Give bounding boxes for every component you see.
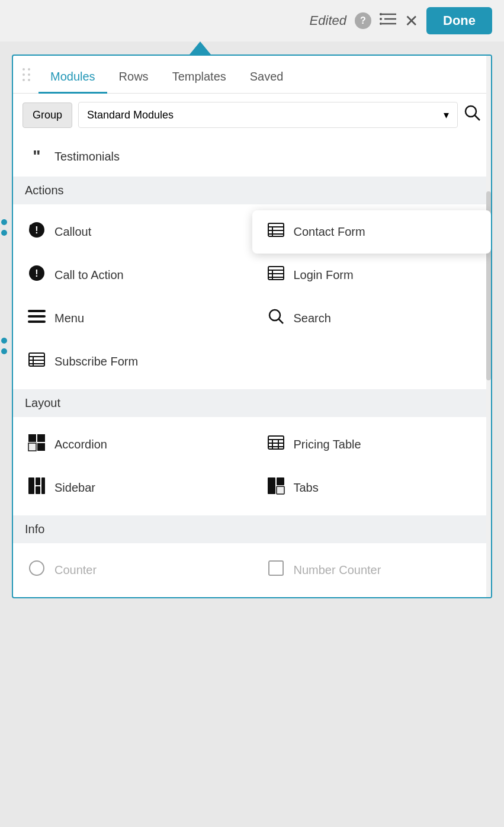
svg-text:!: ! — [35, 268, 38, 278]
panel-arrow — [190, 41, 211, 55]
layout-grid: Accordion — [13, 417, 491, 515]
accordion-label: Accordion — [54, 438, 107, 451]
contact-form-item[interactable]: Contact Form — [252, 210, 492, 254]
svg-rect-47 — [277, 477, 284, 485]
list-item[interactable]: Subscribe Form — [13, 340, 252, 383]
list-item[interactable]: ! Call to Action — [13, 254, 252, 297]
svg-point-3 — [380, 13, 382, 15]
scrollbar-track[interactable] — [486, 56, 491, 597]
layout-category-label: Layout — [13, 389, 491, 417]
accordion-icon — [27, 434, 46, 456]
search-module-label: Search — [294, 312, 331, 325]
pricing-table-icon — [267, 434, 285, 456]
subscribe-form-label: Subscribe Form — [54, 355, 138, 368]
list-item[interactable]: Menu — [13, 297, 252, 340]
svg-rect-24 — [28, 320, 46, 323]
menu-icon — [27, 309, 46, 328]
top-bar: Edited ? ✕ Done — [0, 0, 504, 41]
dropdown-value: Standard Modules — [87, 109, 174, 121]
info-category-label: Info — [13, 515, 491, 543]
search-button[interactable] — [464, 104, 481, 126]
svg-point-25 — [269, 310, 280, 320]
svg-rect-42 — [28, 477, 34, 494]
svg-point-49 — [30, 561, 44, 575]
tab-modules[interactable]: Modules — [38, 64, 107, 94]
testimonials-label: Testimonials — [54, 150, 120, 164]
list-item[interactable]: Number Counter — [252, 549, 492, 591]
group-button[interactable]: Group — [23, 102, 72, 128]
svg-rect-45 — [41, 477, 45, 494]
panel-inner: Modules Rows Templates Saved Group Stand… — [13, 56, 491, 597]
info-grid: Counter Number Counter — [13, 543, 491, 597]
svg-rect-50 — [269, 561, 283, 575]
left-indicator — [1, 219, 7, 236]
list-item[interactable]: Counter — [13, 549, 252, 591]
svg-text:!: ! — [35, 225, 38, 235]
done-button[interactable]: Done — [426, 7, 492, 34]
help-icon[interactable]: ? — [355, 12, 371, 29]
left-dot — [1, 338, 7, 344]
list-item[interactable]: Tabs — [252, 466, 492, 509]
call-to-action-label: Call to Action — [54, 268, 124, 282]
layout-section: Layout Accordion — [13, 389, 491, 515]
list-item[interactable]: Search — [252, 297, 492, 340]
svg-rect-33 — [37, 434, 45, 442]
filter-row: Group Standard Modules ▾ — [13, 94, 491, 136]
menu-label: Menu — [54, 312, 84, 325]
pricing-table-label: Pricing Table — [294, 438, 361, 451]
left-indicator-2 — [1, 338, 7, 354]
login-form-label: Login Form — [294, 268, 354, 282]
svg-rect-48 — [277, 486, 284, 494]
left-dot — [1, 348, 7, 354]
left-dot — [1, 219, 7, 225]
panel-wrapper: Modules Rows Templates Saved Group Stand… — [12, 41, 492, 598]
list-item[interactable]: " Testimonials — [13, 136, 491, 177]
search-module-icon — [267, 307, 285, 329]
list-icon[interactable] — [380, 12, 396, 29]
svg-rect-32 — [28, 434, 36, 442]
actions-section: Actions ! Callout — [13, 177, 491, 389]
info-item1-icon — [27, 560, 46, 581]
tabs-label: Tabs — [294, 481, 319, 495]
svg-rect-43 — [36, 477, 40, 485]
testimonials-icon: " — [27, 147, 46, 166]
contact-form-label: Contact Form — [294, 225, 365, 239]
svg-point-5 — [380, 23, 382, 25]
list-item[interactable]: Sidebar — [13, 466, 252, 509]
tabs-icon — [267, 477, 285, 499]
call-to-action-icon: ! — [27, 264, 46, 286]
tabs-row: Modules Rows Templates Saved — [13, 56, 491, 94]
tab-rows[interactable]: Rows — [107, 64, 160, 94]
info-item1-label: Counter — [54, 563, 97, 577]
svg-rect-44 — [36, 486, 40, 494]
list-item[interactable]: Login Form — [252, 254, 492, 297]
svg-rect-23 — [28, 315, 46, 318]
close-icon[interactable]: ✕ — [405, 11, 418, 31]
actions-grid: ! Callout — [13, 204, 491, 389]
tab-saved[interactable]: Saved — [238, 64, 296, 94]
sidebar-icon — [27, 477, 46, 499]
subscribe-form-icon — [27, 351, 46, 373]
actions-category-label: Actions — [13, 177, 491, 204]
sidebar-label: Sidebar — [54, 481, 95, 495]
module-group-dropdown[interactable]: Standard Modules ▾ — [78, 102, 458, 128]
svg-line-7 — [475, 115, 480, 120]
info-item2-label: Number Counter — [294, 563, 381, 577]
info-section: Info Counter — [13, 515, 491, 597]
svg-rect-35 — [37, 443, 45, 451]
edited-label: Edited — [310, 13, 346, 28]
login-form-icon — [267, 264, 285, 286]
contact-form-icon — [267, 221, 285, 243]
tab-templates[interactable]: Templates — [160, 64, 238, 94]
pre-actions-section: " Testimonials — [13, 136, 491, 177]
panel: Modules Rows Templates Saved Group Stand… — [12, 55, 492, 598]
svg-rect-34 — [28, 443, 36, 451]
svg-rect-22 — [28, 310, 46, 312]
svg-point-6 — [466, 106, 476, 117]
svg-line-26 — [278, 319, 283, 324]
list-item[interactable]: Pricing Table — [252, 423, 492, 466]
info-item2-icon — [267, 560, 285, 581]
dropdown-arrow: ▾ — [444, 108, 449, 121]
list-item[interactable]: ! Callout — [13, 210, 252, 254]
list-item[interactable]: Accordion — [13, 423, 252, 466]
